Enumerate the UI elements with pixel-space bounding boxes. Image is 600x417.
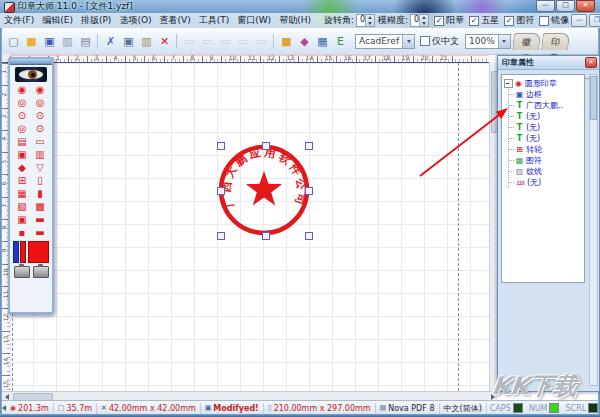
- mdi-minimize-button[interactable]: —: [571, 14, 587, 27]
- selection-handle[interactable]: [217, 142, 225, 150]
- blur-input[interactable]: 0: [410, 14, 429, 27]
- nested-square-seal[interactable]: ▣: [13, 213, 31, 226]
- tree-item-border[interactable]: ▣边框: [509, 89, 584, 100]
- menu-item-0[interactable]: 文件(F): [0, 14, 38, 27]
- zoom-combo[interactable]: 100%: [465, 34, 511, 49]
- flat-bar-seal-2[interactable]: ▬: [31, 226, 49, 239]
- fill-color-swatch[interactable]: [20, 241, 26, 263]
- selection-handle[interactable]: [305, 142, 313, 150]
- table-icon[interactable]: ▦: [314, 33, 331, 50]
- spin-down-icon[interactable]: [422, 22, 426, 25]
- outline-color-swatch[interactable]: [13, 241, 19, 263]
- rect-grid-seal[interactable]: ▥: [31, 148, 49, 161]
- toolbox-title-bar[interactable]: [10, 59, 52, 65]
- tree-item-symbol[interactable]: ▦图符: [509, 155, 584, 166]
- tree-root-item[interactable]: ◉ 圆形印章: [504, 78, 584, 89]
- ring-seal-2[interactable]: ◎: [31, 96, 49, 109]
- open-icon[interactable]: ■: [23, 33, 40, 50]
- selection-handle[interactable]: [305, 187, 313, 195]
- circle-dot-seal-2[interactable]: ◉: [31, 83, 49, 96]
- panel-close-button[interactable]: ✕: [585, 57, 597, 68]
- oval-dot-seal[interactable]: ⊙: [13, 109, 31, 122]
- seal-graphic[interactable]: 广西大鹏应用软件公司: [217, 143, 311, 237]
- menu-item-7[interactable]: 帮助(H): [275, 14, 315, 27]
- cut-icon[interactable]: ✗: [102, 33, 119, 50]
- tree-item-text[interactable]: T广西大鹏..: [509, 100, 584, 111]
- print-icon[interactable]: ▤: [77, 33, 94, 50]
- tree-item-lines[interactable]: ▨纹线: [509, 166, 584, 177]
- triangle-seal[interactable]: ▽: [31, 161, 49, 174]
- chevron-down-icon[interactable]: [498, 35, 510, 48]
- hatch-square-seal[interactable]: ▧: [13, 200, 31, 213]
- panel-title-bar[interactable]: 印章属性 ✕: [498, 56, 599, 70]
- title-bar[interactable]: 印章大师 11.0 - [文件1.yzf] — □ ✕: [0, 0, 600, 13]
- spin-down-icon[interactable]: [368, 22, 372, 25]
- close-button[interactable]: ✕: [576, 0, 595, 12]
- chevron-down-icon[interactable]: [402, 35, 414, 48]
- rotation-input[interactable]: 0: [356, 14, 375, 27]
- cross-square-seal[interactable]: ⊞: [13, 174, 31, 187]
- tall-rect-seal[interactable]: ▯: [31, 174, 49, 187]
- save-icon[interactable]: ▣: [41, 33, 58, 50]
- checkbox-five-star[interactable]: ✓五星: [469, 14, 499, 27]
- rect-wide-seal[interactable]: ▭: [31, 135, 49, 148]
- minimize-button[interactable]: —: [536, 0, 555, 12]
- copy-icon[interactable]: ▣: [120, 33, 137, 50]
- stamp-tool-1[interactable]: [14, 266, 30, 278]
- maximize-button[interactable]: □: [556, 0, 575, 12]
- panel-scrollbar[interactable]: [589, 74, 598, 386]
- scrollbar-thumb[interactable]: [590, 76, 597, 120]
- tree-item-wheel[interactable]: ⊞转轮: [509, 144, 584, 155]
- spin-up-icon[interactable]: [368, 16, 372, 19]
- stamp-tool-2[interactable]: [33, 266, 49, 278]
- grid-square-seal[interactable]: ▦: [13, 187, 31, 200]
- spin-up-icon[interactable]: [422, 16, 426, 19]
- library-icon[interactable]: ■: [278, 33, 295, 50]
- checkbox-yang-seal[interactable]: ✓阳章: [434, 14, 464, 27]
- tree-item-text[interactable]: T(无): [509, 111, 584, 122]
- dense-grid-seal[interactable]: ▩: [31, 200, 49, 213]
- selection-handle[interactable]: [262, 142, 270, 150]
- small-square-seal[interactable]: ▪: [13, 226, 31, 239]
- menu-item-1[interactable]: 编辑(E): [38, 14, 77, 27]
- seal-library-tab[interactable]: 印章库: [541, 33, 570, 50]
- circle-dot-seal[interactable]: ◉: [13, 83, 31, 96]
- selection-handle[interactable]: [305, 232, 313, 240]
- menu-item-2[interactable]: 排版(P): [77, 14, 115, 27]
- paste-icon[interactable]: ▥: [138, 33, 155, 50]
- oval-ring-seal-2[interactable]: ⊙: [31, 122, 49, 135]
- checkbox-symbol[interactable]: ✓图符: [504, 14, 534, 27]
- menu-item-3[interactable]: 选项(O): [115, 14, 155, 27]
- tree-item-text[interactable]: T(无): [509, 133, 584, 144]
- diamond-seal[interactable]: ◆: [13, 161, 31, 174]
- square-nested-seal[interactable]: ▣: [13, 148, 31, 161]
- checkbox-mirror[interactable]: 镜像: [539, 14, 569, 27]
- selection-handle[interactable]: [217, 232, 225, 240]
- current-color-swatch[interactable]: [28, 241, 49, 263]
- oval-dot-seal-2[interactable]: ⊙: [31, 109, 49, 122]
- ring-seal[interactable]: ◎: [13, 96, 31, 109]
- vbar-seal[interactable]: ▮: [31, 187, 49, 200]
- tree-expander-icon[interactable]: [504, 79, 513, 88]
- new-icon[interactable]: ▢: [5, 33, 22, 50]
- mdi-restore-button[interactable]: ❐: [589, 14, 600, 27]
- export-icon[interactable]: ▥: [59, 33, 76, 50]
- font-combo[interactable]: AcadEref: [355, 34, 415, 49]
- palette-icon[interactable]: ◆: [296, 33, 313, 50]
- excel-icon[interactable]: E: [332, 33, 349, 50]
- ruler-number: 15: [325, 54, 333, 61]
- flat-bar-seal[interactable]: ▬: [31, 213, 49, 226]
- menu-item-5[interactable]: 工具(T): [195, 14, 234, 27]
- selection-handle[interactable]: [217, 187, 225, 195]
- selection-handle[interactable]: [262, 232, 270, 240]
- language-indicator[interactable]: 中文(简体): [440, 403, 487, 414]
- tree-item-text[interactable]: T(无): [509, 122, 584, 133]
- delete-icon[interactable]: ✕: [156, 33, 173, 50]
- logo-library-tab[interactable]: 徽标库: [512, 33, 541, 50]
- menu-item-4[interactable]: 查看(V): [155, 14, 194, 27]
- menu-item-6[interactable]: 窗口(W): [233, 14, 275, 27]
- rect-lined-seal[interactable]: ▤: [13, 135, 31, 148]
- tree-item-number[interactable]: 123(无): [509, 177, 584, 188]
- oval-ring-seal[interactable]: ◎: [13, 122, 31, 135]
- chinese-only-checkbox[interactable]: 仅中文: [420, 35, 459, 48]
